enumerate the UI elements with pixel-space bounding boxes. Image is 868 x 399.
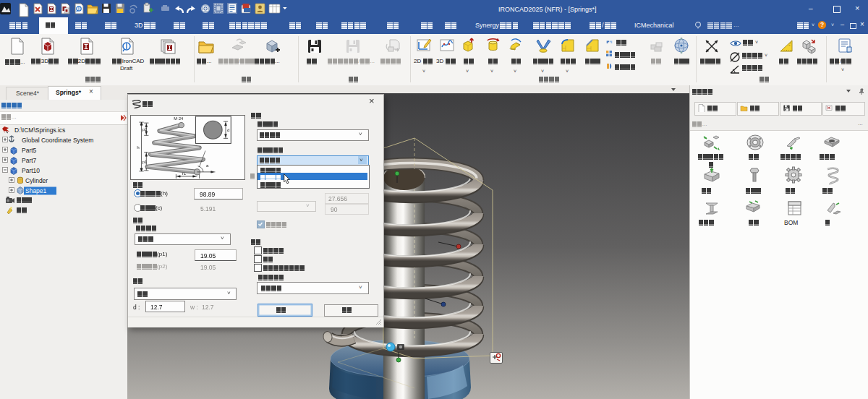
svg-text:d: d [227,127,230,132]
svg-text:a: a [206,163,209,168]
svg-text:p2: p2 [142,126,148,132]
svg-text:p1: p1 [142,159,148,164]
svg-text:?: ? [820,21,824,28]
svg-text:Shape1: Shape1 [25,187,47,194]
svg-text:Part7: Part7 [22,157,37,164]
svg-text:Global Coordinate System: Global Coordinate System [22,137,93,144]
svg-text:Part10: Part10 [22,167,40,174]
svg-text:Cylinder: Cylinder [25,177,48,184]
svg-text:M·24: M·24 [174,116,183,121]
svg-text:D:\ICM\Springs.ics: D:\ICM\Springs.ics [14,126,65,134]
svg-text:Part5: Part5 [22,147,37,154]
svg-text:h: h [137,145,140,150]
